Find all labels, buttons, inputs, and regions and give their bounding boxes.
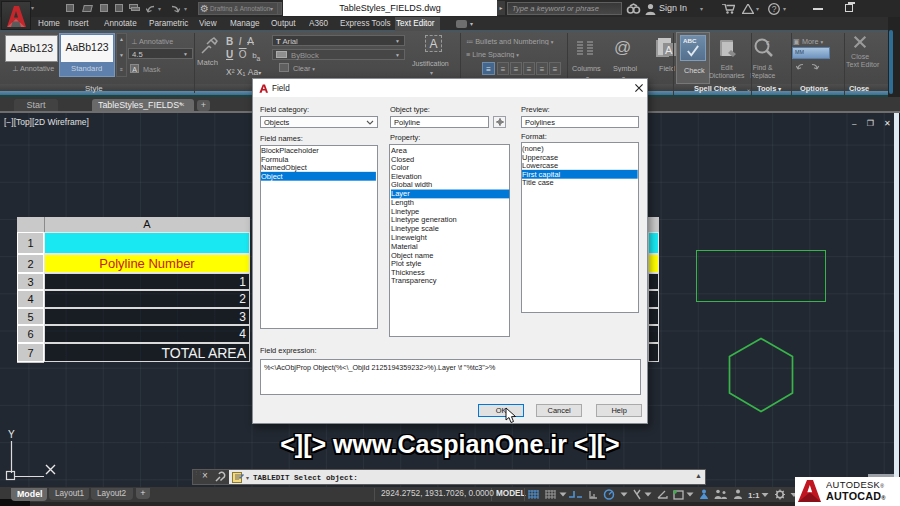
svg-text:1:1: 1:1 [748,491,760,500]
svg-text:?: ? [772,4,777,14]
svg-text:c: c [766,39,770,46]
